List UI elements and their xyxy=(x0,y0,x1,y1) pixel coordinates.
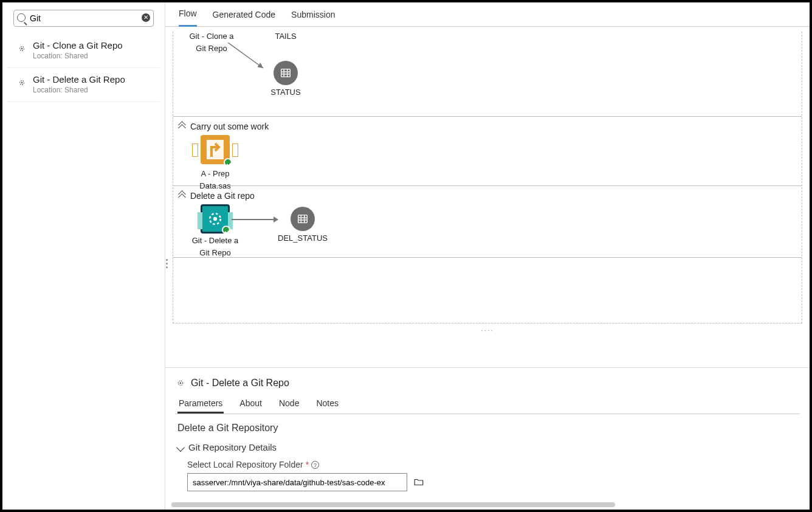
field-label: Select Local Repository Folder * ? xyxy=(187,460,797,469)
search-box: ✕ xyxy=(13,10,154,27)
success-badge-icon xyxy=(222,226,230,234)
section-header[interactable]: Delete a Git repo xyxy=(179,190,796,204)
custom-step-node-icon xyxy=(201,204,230,234)
sas-program-icon xyxy=(201,135,230,164)
properties-title: Git - Delete a Git Repo xyxy=(175,374,800,395)
table-icon xyxy=(291,207,315,231)
properties-body: Delete a Git Repository Git Repository D… xyxy=(175,414,800,500)
svg-point-3 xyxy=(21,82,23,84)
required-indicator: * xyxy=(306,460,309,469)
flow-canvas[interactable]: Git - Clone a Git Repo TAILS xyxy=(165,27,810,367)
flow-node-prep-data[interactable]: A - Prep Data.sas xyxy=(188,135,243,190)
main: Flow Generated Code Submission Git - Clo… xyxy=(165,2,810,510)
horizontal-scrollbar[interactable] xyxy=(171,502,615,507)
svg-rect-13 xyxy=(298,215,308,223)
tab-submission[interactable]: Submission xyxy=(291,2,335,27)
ptab-about[interactable]: About xyxy=(238,395,263,413)
svg-rect-5 xyxy=(281,69,291,77)
search-input[interactable] xyxy=(13,10,154,27)
sidebar: ✕ Git - Clone a Git Repo Location: Share… xyxy=(2,2,165,510)
collapse-icon xyxy=(179,123,185,130)
collapse-icon xyxy=(179,193,185,199)
flow-node-git-delete[interactable]: Git - Delete a Git Repo xyxy=(188,204,243,257)
section-header[interactable]: Carry out some work xyxy=(179,120,796,135)
ptab-node[interactable]: Node xyxy=(278,395,300,413)
flow-node-tails-label: TAILS xyxy=(258,29,313,41)
tab-generated-code[interactable]: Generated Code xyxy=(213,2,276,27)
vertical-splitter[interactable]: ···· xyxy=(173,323,802,337)
browse-folder-button[interactable] xyxy=(412,476,425,489)
custom-step-icon xyxy=(16,77,27,88)
chevron-down-icon xyxy=(176,443,185,451)
success-badge-icon xyxy=(224,158,232,167)
sidebar-item-delete[interactable]: Git - Delete a Git Repo Location: Shared xyxy=(7,68,160,102)
flow-section-work: Carry out some work A - Prep Data. xyxy=(173,117,802,186)
flow-node-del-status[interactable]: DEL_STATUS xyxy=(275,207,330,243)
help-icon[interactable]: ? xyxy=(311,461,319,469)
search-icon xyxy=(17,13,26,22)
sidebar-item-title: Git - Delete a Git Repo xyxy=(33,74,125,85)
sidebar-item-clone[interactable]: Git - Clone a Git Repo Location: Shared xyxy=(7,34,160,68)
svg-point-19 xyxy=(180,382,182,384)
flow-section-delete: Delete a Git repo Git - Delete a Git Re xyxy=(173,186,802,258)
ptab-parameters[interactable]: Parameters xyxy=(177,395,224,413)
ptab-notes[interactable]: Notes xyxy=(315,395,340,413)
input-port[interactable] xyxy=(198,212,202,229)
sidebar-item-title: Git - Clone a Git Repo xyxy=(33,40,123,50)
flow-node-status[interactable]: STATUS xyxy=(258,61,313,97)
sidebar-item-sub: Location: Shared xyxy=(33,86,125,94)
svg-point-12 xyxy=(213,217,217,221)
custom-step-icon xyxy=(16,43,27,54)
clear-search-icon[interactable]: ✕ xyxy=(142,13,150,22)
tab-flow[interactable]: Flow xyxy=(179,2,197,27)
table-icon xyxy=(274,61,298,85)
svg-point-1 xyxy=(21,48,23,50)
properties-heading: Delete a Git Repository xyxy=(177,423,797,434)
repo-folder-input[interactable] xyxy=(187,473,407,491)
custom-step-icon xyxy=(175,378,186,389)
sidebar-item-sub: Location: Shared xyxy=(33,52,123,60)
group-toggle[interactable]: Git Repository Details xyxy=(177,442,797,452)
properties-panel: Git - Delete a Git Repo Parameters About… xyxy=(165,367,810,510)
top-tabs: Flow Generated Code Submission xyxy=(165,2,810,27)
properties-tabs: Parameters About Node Notes xyxy=(175,395,800,414)
connector-arrow xyxy=(232,219,278,220)
flow-section-partial: Git - Clone a Git Repo TAILS xyxy=(173,32,802,117)
folder-icon xyxy=(413,477,424,488)
